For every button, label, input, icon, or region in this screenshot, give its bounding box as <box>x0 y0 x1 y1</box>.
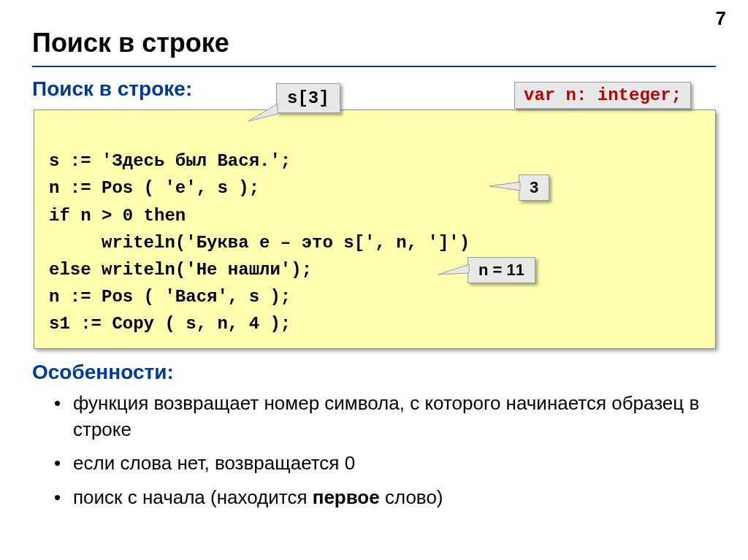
title-divider <box>32 66 716 67</box>
page-title: Поиск в строке <box>32 28 716 58</box>
code-line-6: n := Pos ( 'Вася', s ); <box>49 287 291 307</box>
svg-marker-1 <box>489 182 520 191</box>
callout-n11: n = 11 <box>468 257 535 283</box>
code-line-5: else writeln('Не нашли'); <box>49 260 312 280</box>
list-item-text-c: слово) <box>380 486 443 508</box>
list-item: функция возвращает номер символа, с кото… <box>73 390 716 443</box>
callout-n11-tail <box>437 261 470 276</box>
svg-marker-2 <box>438 264 469 275</box>
list-item-text-a: поиск с начала (находится <box>73 486 313 508</box>
code-line-1: s := 'Здесь был Вася.'; <box>49 151 291 171</box>
list-item-bold: первое <box>313 486 380 508</box>
svg-marker-0 <box>248 104 278 121</box>
page-number: 7 <box>716 7 726 30</box>
callout-s3-tail <box>247 102 279 123</box>
code-line-4: writeln('Буква е – это s[', n, ']') <box>49 233 470 253</box>
callout-value-3: 3 <box>519 174 549 201</box>
code-line-3: if n > 0 then <box>49 206 186 226</box>
list-item: если слова нет, возвращается 0 <box>73 450 716 476</box>
code-block: s := 'Здесь был Вася.'; n := Pos ( 'е', … <box>34 110 716 349</box>
code-line-2: n := Pos ( 'е', s ); <box>49 178 259 198</box>
features-title: Особенности: <box>32 361 716 384</box>
slide: 7 Поиск в строке Поиск в строке: s[3] va… <box>0 0 748 560</box>
var-declaration-box: var n: integer; <box>514 82 691 109</box>
list-item: поиск с начала (находится первое слово) <box>73 484 716 510</box>
callout-value-3-tail <box>488 180 522 195</box>
callout-s3: s[3] <box>276 83 340 113</box>
code-line-7: s1 := Copy ( s, n, 4 ); <box>49 314 291 334</box>
features-list: функция возвращает номер символа, с кото… <box>32 390 716 511</box>
